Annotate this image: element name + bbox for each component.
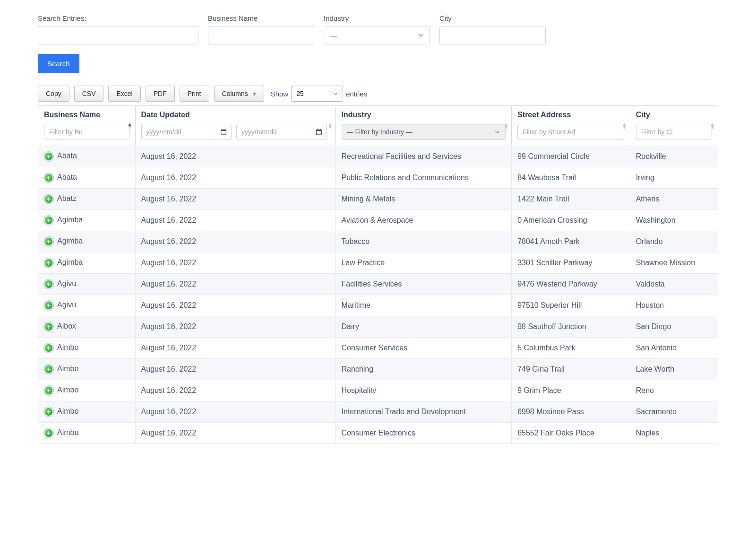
cell-city: Shawnee Mission bbox=[630, 252, 718, 274]
cell-city: Irving bbox=[630, 167, 718, 189]
expand-row-icon[interactable]: + bbox=[44, 258, 53, 268]
cell-business-name: Aimbo bbox=[57, 407, 78, 415]
copy-button[interactable]: Copy bbox=[38, 86, 69, 102]
cell-date-updated: August 16, 2022 bbox=[135, 231, 335, 252]
filter-industry[interactable]: — Filter by Industry — bbox=[342, 124, 506, 140]
pdf-button[interactable]: PDF bbox=[146, 86, 175, 102]
industry-select[interactable]: — bbox=[324, 26, 430, 44]
filter-business-name[interactable] bbox=[44, 124, 129, 140]
search-button[interactable]: Search bbox=[38, 54, 79, 73]
business-name-input[interactable] bbox=[208, 26, 314, 44]
cell-industry: Tobacco bbox=[335, 231, 512, 252]
cell-industry: Aviation & Aerospace bbox=[335, 210, 512, 231]
expand-row-icon[interactable]: + bbox=[44, 365, 53, 374]
cell-business-name: Agimba bbox=[57, 258, 83, 266]
sort-icon: ▲▼ bbox=[710, 122, 715, 129]
sort-icon: ▲▼ bbox=[128, 122, 132, 129]
table-row: +AgivuAugust 16, 2022Facilities Services… bbox=[38, 274, 718, 295]
cell-city: Athens bbox=[630, 189, 718, 210]
cell-street-address: 99 Commercial Circle bbox=[512, 146, 630, 167]
cell-city: Orlando bbox=[630, 231, 718, 252]
cell-industry: Consumer Electronics bbox=[335, 423, 512, 444]
cell-city: Lake Worth bbox=[630, 359, 718, 380]
show-prefix: Show bbox=[271, 90, 289, 98]
page-length-select[interactable]: 25 bbox=[291, 86, 343, 102]
cell-city: Washington bbox=[630, 210, 718, 231]
search-entries-input[interactable] bbox=[38, 26, 198, 44]
sort-icon: ▲▼ bbox=[504, 122, 508, 129]
cell-date-updated: August 16, 2022 bbox=[135, 189, 335, 210]
expand-row-icon[interactable]: + bbox=[44, 428, 53, 438]
expand-row-icon[interactable]: + bbox=[44, 194, 53, 204]
cell-business-name: Aibox bbox=[57, 322, 76, 330]
cell-business-name: Aimbo bbox=[57, 365, 78, 373]
expand-row-icon[interactable]: + bbox=[44, 237, 53, 246]
cell-industry: Law Practice bbox=[335, 252, 512, 274]
cell-city: Naples bbox=[630, 423, 718, 444]
csv-button[interactable]: CSV bbox=[74, 86, 104, 102]
expand-row-icon[interactable]: + bbox=[44, 407, 53, 417]
cell-business-name: Aimbo bbox=[57, 343, 78, 351]
table-row: +AimbuAugust 16, 2022Consumer Electronic… bbox=[38, 423, 718, 444]
filter-date-to[interactable] bbox=[236, 124, 327, 140]
cell-business-name: Agivu bbox=[57, 279, 76, 287]
cell-business-name: Aimbo bbox=[57, 386, 78, 394]
cell-date-updated: August 16, 2022 bbox=[135, 316, 335, 338]
expand-row-icon[interactable]: + bbox=[44, 152, 53, 161]
cell-industry: Facilities Services bbox=[335, 274, 512, 295]
col-header-business-name[interactable]: Business Name ▲▼ bbox=[38, 106, 136, 146]
cell-industry: International Trade and Development bbox=[335, 401, 512, 423]
columns-button[interactable]: Columns bbox=[214, 86, 264, 102]
cell-street-address: 0 American Crossing bbox=[512, 210, 630, 231]
table-row: +AimboAugust 16, 2022Ranching749 Gina Tr… bbox=[38, 359, 718, 380]
cell-city: San Antonio bbox=[630, 338, 718, 359]
expand-row-icon[interactable]: + bbox=[44, 173, 53, 183]
print-button[interactable]: Print bbox=[180, 86, 209, 102]
cell-business-name: Agivu bbox=[57, 301, 76, 309]
cell-date-updated: August 16, 2022 bbox=[135, 146, 335, 167]
cell-business-name: Abata bbox=[57, 173, 77, 181]
cell-date-updated: August 16, 2022 bbox=[135, 423, 335, 444]
expand-row-icon[interactable]: + bbox=[44, 343, 53, 353]
expand-row-icon[interactable]: + bbox=[44, 279, 53, 289]
expand-row-icon[interactable]: + bbox=[44, 322, 53, 331]
cell-date-updated: August 16, 2022 bbox=[135, 167, 335, 189]
cell-street-address: 97510 Superior Hill bbox=[512, 295, 630, 316]
cell-industry: Maritime bbox=[335, 295, 512, 316]
cell-industry: Mining & Metals bbox=[335, 189, 512, 210]
filter-date-from[interactable] bbox=[141, 124, 232, 140]
expand-row-icon[interactable]: + bbox=[44, 216, 53, 225]
cell-street-address: 6998 Mosinee Pass bbox=[512, 401, 630, 423]
col-header-street-address[interactable]: Street Address ▲▼ bbox=[512, 106, 630, 146]
col-header-city[interactable]: City ▲▼ bbox=[630, 106, 718, 146]
cell-city: Valdosta bbox=[630, 274, 718, 295]
table-row: +AgimbaAugust 16, 2022Tobacco78041 Amoth… bbox=[38, 231, 718, 252]
expand-row-icon[interactable]: + bbox=[44, 386, 53, 395]
cell-street-address: 65552 Fair Oaks Place bbox=[512, 423, 630, 444]
filter-city[interactable] bbox=[636, 124, 712, 140]
cell-date-updated: August 16, 2022 bbox=[135, 252, 335, 274]
city-label: City bbox=[439, 14, 546, 22]
cell-street-address: 749 Gina Trail bbox=[512, 359, 630, 380]
cell-street-address: 78041 Amoth Park bbox=[512, 231, 630, 252]
cell-city: San Diego bbox=[630, 316, 718, 338]
cell-business-name: Abatz bbox=[57, 194, 77, 202]
cell-business-name: Abata bbox=[57, 152, 77, 160]
cell-date-updated: August 16, 2022 bbox=[135, 210, 335, 231]
sort-icon: ▲▼ bbox=[328, 122, 333, 129]
expand-row-icon[interactable]: + bbox=[44, 301, 53, 310]
cell-business-name: Aimbu bbox=[57, 428, 78, 436]
cell-date-updated: August 16, 2022 bbox=[135, 401, 335, 423]
city-input[interactable] bbox=[439, 26, 546, 44]
table-row: +AgimbaAugust 16, 2022Aviation & Aerospa… bbox=[38, 210, 718, 231]
filter-street-address[interactable] bbox=[517, 124, 624, 140]
cell-industry: Ranching bbox=[335, 359, 512, 380]
cell-industry: Consumer Services bbox=[335, 338, 512, 359]
col-header-industry[interactable]: Industry — Filter by Industry — ▲▼ bbox=[335, 106, 512, 146]
table-row: +AimboAugust 16, 2022Hospitality9 Grim P… bbox=[38, 380, 718, 401]
col-header-date-updated[interactable]: Date Updated ▲▼ bbox=[135, 106, 335, 146]
cell-city: Houston bbox=[630, 295, 718, 316]
export-toolbar: Copy CSV Excel PDF Print Columns Show 25… bbox=[38, 86, 718, 102]
excel-button[interactable]: Excel bbox=[108, 86, 140, 102]
cell-industry: Public Relations and Communications bbox=[335, 167, 512, 189]
